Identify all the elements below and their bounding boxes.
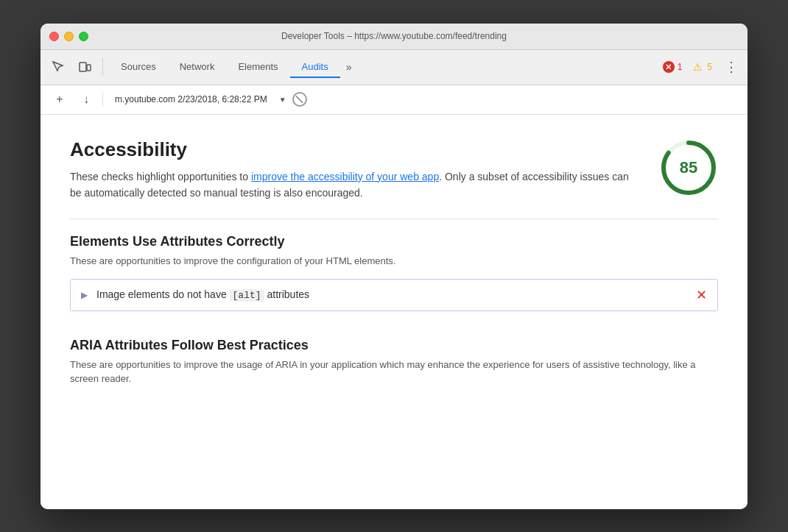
tab-sources[interactable]: Sources <box>109 57 168 78</box>
audit-section-aria: ARIA Attributes Follow Best Practices Th… <box>70 338 718 397</box>
download-button[interactable]: ↓ <box>76 89 96 110</box>
tab-elements[interactable]: Elements <box>226 57 289 78</box>
sub-toolbar: + ↓ m.youtube.com 2/23/2018, 6:28:22 PM … <box>41 85 747 115</box>
audit-fail-icon[interactable]: ✕ <box>696 287 707 303</box>
tab-list: Sources Network Elements Audits » <box>109 57 383 78</box>
audit-item-text: Image elements do not have [alt] attribu… <box>96 288 696 301</box>
devtools-window: Developer Tools – https://www.youtube.co… <box>41 24 747 509</box>
audit-text-after: attributes <box>264 288 309 300</box>
inspect-element-button[interactable] <box>46 55 70 79</box>
maximize-button[interactable] <box>79 32 88 41</box>
content-area: Accessibility These checks highlight opp… <box>41 115 747 509</box>
toolbar-divider-1 <box>102 58 103 76</box>
close-button[interactable] <box>49 32 59 41</box>
device-toggle-button[interactable] <box>73 55 96 79</box>
warning-count: 5 <box>707 62 712 72</box>
audit-code: [alt] <box>230 289 264 302</box>
svg-rect-0 <box>80 63 86 71</box>
accessibility-title: Accessibility <box>70 138 630 161</box>
section1-description: These are opportunities to improve the c… <box>70 254 718 269</box>
audit-section-elements: Elements Use Attributes Correctly These … <box>70 234 718 317</box>
warning-badge[interactable]: ⚠ 5 <box>691 61 712 73</box>
section2-title: ARIA Attributes Follow Best Practices <box>70 338 718 353</box>
url-display: m.youtube.com 2/23/2018, 6:28:22 PM <box>109 91 273 107</box>
svg-rect-1 <box>87 65 91 71</box>
section-divider-1 <box>70 219 718 219</box>
url-dropdown-arrow[interactable]: ▼ <box>279 96 286 104</box>
accessibility-section: Accessibility These checks highlight opp… <box>70 138 718 202</box>
minimize-button[interactable] <box>64 32 74 41</box>
block-icon[interactable] <box>292 92 307 107</box>
desc-part1: These checks highlight opportunities to <box>70 171 251 182</box>
window-title: Developer Tools – https://www.youtube.co… <box>281 31 507 41</box>
score-number: 85 <box>680 158 697 177</box>
accessibility-link[interactable]: improve the accessibility of your web ap… <box>251 171 439 182</box>
error-badge[interactable]: ✕ 1 <box>663 61 683 73</box>
context-menu-button[interactable]: ⋮ <box>721 57 742 77</box>
main-toolbar: Sources Network Elements Audits » ✕ 1 ⚠ … <box>41 50 747 85</box>
add-button[interactable]: + <box>49 89 70 110</box>
traffic-lights <box>49 32 88 41</box>
section1-title: Elements Use Attributes Correctly <box>70 234 718 249</box>
tab-audits[interactable]: Audits <box>290 57 340 78</box>
warning-icon: ⚠ <box>691 61 704 73</box>
score-circle: 85 <box>659 138 718 197</box>
error-icon: ✕ <box>663 61 675 73</box>
section2-description: These are opportunities to improve the u… <box>70 358 718 386</box>
tab-network[interactable]: Network <box>168 57 227 78</box>
audit-item-alt[interactable]: ▶ Image elements do not have [alt] attri… <box>70 279 718 311</box>
accessibility-description: These checks highlight opportunities to … <box>70 169 630 202</box>
title-bar: Developer Tools – https://www.youtube.co… <box>41 24 747 50</box>
more-tabs-button[interactable]: » <box>340 58 358 76</box>
audit-text-before: Image elements do not have <box>96 288 230 300</box>
expand-arrow-icon: ▶ <box>81 290 88 300</box>
sub-divider <box>102 92 103 107</box>
accessibility-text: Accessibility These checks highlight opp… <box>70 138 630 202</box>
error-count: 1 <box>678 62 683 72</box>
